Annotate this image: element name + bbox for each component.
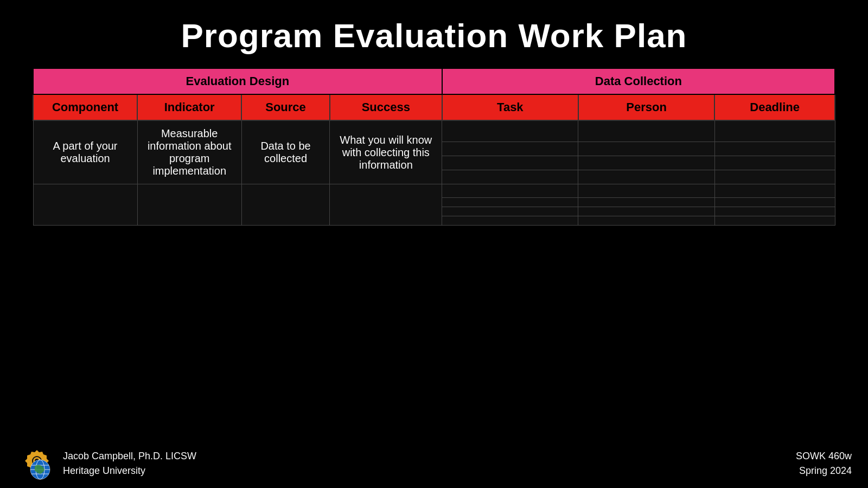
university-logo bbox=[16, 445, 54, 483]
footer-institution: Heritage University bbox=[63, 464, 196, 478]
col-success: Success bbox=[330, 94, 442, 120]
person-cell-5 bbox=[578, 184, 714, 198]
person-cell-6 bbox=[578, 198, 714, 207]
task-cell-7 bbox=[442, 207, 578, 216]
task-cell-2 bbox=[442, 142, 578, 156]
task-cell-6 bbox=[442, 198, 578, 207]
col-source: Source bbox=[241, 94, 330, 120]
col-deadline: Deadline bbox=[714, 94, 835, 120]
footer-term: Spring 2024 bbox=[796, 464, 852, 478]
col-header-row: Component Indicator Source Success Task … bbox=[33, 94, 835, 120]
deadline-cell-6 bbox=[714, 198, 835, 207]
component-cell-b bbox=[33, 184, 137, 226]
task-cell-8 bbox=[442, 216, 578, 226]
footer-name: Jacob Campbell, Ph.D. LICSW bbox=[63, 449, 196, 464]
person-cell-1 bbox=[578, 120, 714, 142]
footer-institution-text: Jacob Campbell, Ph.D. LICSW Heritage Uni… bbox=[63, 449, 196, 478]
success-cell: What you will know with collecting this … bbox=[330, 120, 442, 184]
table-wrapper: Evaluation Design Data Collection Compon… bbox=[33, 68, 835, 226]
person-cell-7 bbox=[578, 207, 714, 216]
deadline-cell-2 bbox=[714, 142, 835, 156]
person-cell-8 bbox=[578, 216, 714, 226]
table-row: A part of your evaluation Measurable inf… bbox=[33, 120, 835, 142]
task-cell-4 bbox=[442, 170, 578, 184]
footer-left: Jacob Campbell, Ph.D. LICSW Heritage Uni… bbox=[16, 445, 196, 483]
source-cell-b bbox=[241, 184, 330, 226]
task-cell-5 bbox=[442, 184, 578, 198]
component-cell: A part of your evaluation bbox=[33, 120, 137, 184]
page-title: Program Evaluation Work Plan bbox=[0, 0, 868, 68]
col-task: Task bbox=[442, 94, 578, 120]
source-cell: Data to be collected bbox=[241, 120, 330, 184]
col-component: Component bbox=[33, 94, 137, 120]
indicator-cell-b bbox=[137, 184, 241, 226]
deadline-cell-7 bbox=[714, 207, 835, 216]
col-indicator: Indicator bbox=[137, 94, 241, 120]
table-row bbox=[33, 184, 835, 198]
task-cell-1 bbox=[442, 120, 578, 142]
footer-right: SOWK 460w Spring 2024 bbox=[796, 449, 852, 478]
footer: Jacob Campbell, Ph.D. LICSW Heritage Uni… bbox=[0, 439, 868, 488]
deadline-cell-5 bbox=[714, 184, 835, 198]
person-cell-2 bbox=[578, 142, 714, 156]
eval-design-header: Evaluation Design bbox=[33, 68, 442, 94]
evaluation-table: Evaluation Design Data Collection Compon… bbox=[33, 68, 835, 226]
data-collection-header: Data Collection bbox=[442, 68, 835, 94]
deadline-cell-8 bbox=[714, 216, 835, 226]
success-cell-b bbox=[330, 184, 442, 226]
deadline-cell-4 bbox=[714, 170, 835, 184]
deadline-cell-1 bbox=[714, 120, 835, 142]
section-header-row: Evaluation Design Data Collection bbox=[33, 68, 835, 94]
indicator-cell: Measurable information about program imp… bbox=[137, 120, 241, 184]
col-person: Person bbox=[578, 94, 714, 120]
deadline-cell-3 bbox=[714, 156, 835, 170]
person-cell-3 bbox=[578, 156, 714, 170]
person-cell-4 bbox=[578, 170, 714, 184]
task-cell-3 bbox=[442, 156, 578, 170]
footer-course: SOWK 460w bbox=[796, 449, 852, 464]
